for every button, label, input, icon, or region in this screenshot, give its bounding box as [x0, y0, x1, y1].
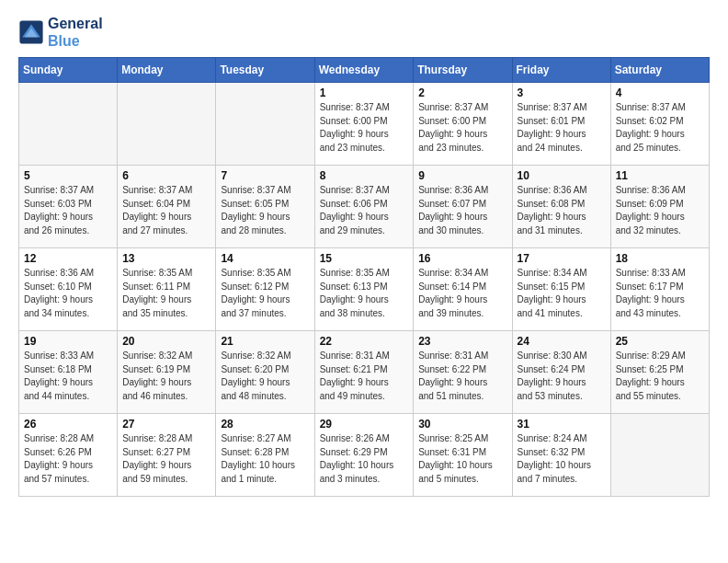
logo-text: General Blue	[48, 15, 103, 50]
day-info: Sunrise: 8:37 AM Sunset: 6:00 PM Dayligh…	[418, 101, 506, 155]
calendar-day-cell	[19, 83, 118, 166]
calendar-day-header: Thursday	[414, 58, 512, 83]
day-info: Sunrise: 8:37 AM Sunset: 6:02 PM Dayligh…	[616, 101, 704, 155]
calendar-day-cell: 4Sunrise: 8:37 AM Sunset: 6:02 PM Daylig…	[610, 83, 709, 166]
day-number: 25	[616, 335, 704, 348]
day-number: 24	[518, 335, 606, 348]
calendar-day-cell: 17Sunrise: 8:34 AM Sunset: 6:15 PM Dayli…	[512, 248, 610, 331]
day-info: Sunrise: 8:32 AM Sunset: 6:19 PM Dayligh…	[122, 350, 210, 403]
day-number: 17	[518, 252, 606, 265]
calendar-day-cell: 19Sunrise: 8:33 AM Sunset: 6:18 PM Dayli…	[19, 331, 118, 414]
day-info: Sunrise: 8:37 AM Sunset: 6:03 PM Dayligh…	[24, 184, 112, 237]
day-info: Sunrise: 8:25 AM Sunset: 6:31 PM Dayligh…	[418, 432, 506, 486]
day-number: 23	[418, 335, 506, 348]
day-number: 27	[122, 418, 210, 431]
day-info: Sunrise: 8:36 AM Sunset: 6:07 PM Dayligh…	[418, 184, 506, 237]
calendar-day-cell: 23Sunrise: 8:31 AM Sunset: 6:22 PM Dayli…	[414, 331, 512, 414]
calendar-day-cell: 16Sunrise: 8:34 AM Sunset: 6:14 PM Dayli…	[414, 248, 512, 331]
day-info: Sunrise: 8:28 AM Sunset: 6:27 PM Dayligh…	[122, 432, 210, 486]
day-number: 15	[320, 252, 409, 265]
day-info: Sunrise: 8:27 AM Sunset: 6:28 PM Dayligh…	[221, 432, 309, 486]
day-info: Sunrise: 8:37 AM Sunset: 6:05 PM Dayligh…	[221, 184, 309, 237]
calendar-day-header: Friday	[512, 58, 610, 83]
logo-icon	[18, 19, 44, 45]
calendar-header-row: SundayMondayTuesdayWednesdayThursdayFrid…	[19, 58, 710, 83]
day-number: 26	[24, 418, 112, 431]
day-number: 14	[221, 252, 309, 265]
day-info: Sunrise: 8:29 AM Sunset: 6:25 PM Dayligh…	[616, 350, 704, 403]
day-number: 8	[320, 169, 409, 182]
page-container: General Blue SundayMondayTuesdayWednesda…	[0, 0, 728, 511]
day-info: Sunrise: 8:33 AM Sunset: 6:18 PM Dayligh…	[24, 350, 112, 403]
day-info: Sunrise: 8:37 AM Sunset: 6:00 PM Dayligh…	[320, 101, 409, 155]
day-info: Sunrise: 8:34 AM Sunset: 6:15 PM Dayligh…	[518, 267, 606, 320]
calendar-day-cell: 8Sunrise: 8:37 AM Sunset: 6:06 PM Daylig…	[314, 166, 414, 248]
calendar-day-cell: 26Sunrise: 8:28 AM Sunset: 6:26 PM Dayli…	[19, 414, 118, 497]
calendar-day-cell: 13Sunrise: 8:35 AM Sunset: 6:11 PM Dayli…	[118, 248, 216, 331]
calendar-day-cell: 7Sunrise: 8:37 AM Sunset: 6:05 PM Daylig…	[216, 166, 314, 248]
calendar-table: SundayMondayTuesdayWednesdayThursdayFrid…	[18, 57, 710, 497]
day-number: 30	[418, 418, 506, 431]
day-info: Sunrise: 8:36 AM Sunset: 6:08 PM Dayligh…	[518, 184, 606, 237]
day-info: Sunrise: 8:32 AM Sunset: 6:20 PM Dayligh…	[221, 350, 309, 403]
calendar-week-row: 19Sunrise: 8:33 AM Sunset: 6:18 PM Dayli…	[19, 331, 710, 414]
header: General Blue	[18, 15, 710, 50]
day-info: Sunrise: 8:35 AM Sunset: 6:13 PM Dayligh…	[320, 267, 409, 320]
calendar-week-row: 26Sunrise: 8:28 AM Sunset: 6:26 PM Dayli…	[19, 414, 710, 497]
day-info: Sunrise: 8:37 AM Sunset: 6:01 PM Dayligh…	[518, 101, 606, 155]
calendar-day-cell: 2Sunrise: 8:37 AM Sunset: 6:00 PM Daylig…	[414, 83, 512, 166]
day-number: 29	[320, 418, 409, 431]
day-number: 31	[518, 418, 606, 431]
calendar-day-header: Saturday	[610, 58, 709, 83]
day-info: Sunrise: 8:31 AM Sunset: 6:21 PM Dayligh…	[320, 350, 409, 403]
day-number: 22	[320, 335, 409, 348]
day-number: 21	[221, 335, 309, 348]
day-number: 28	[221, 418, 309, 431]
day-number: 11	[616, 169, 704, 182]
calendar-day-header: Monday	[118, 58, 216, 83]
calendar-day-header: Wednesday	[314, 58, 414, 83]
calendar-day-cell: 30Sunrise: 8:25 AM Sunset: 6:31 PM Dayli…	[414, 414, 512, 497]
day-info: Sunrise: 8:36 AM Sunset: 6:10 PM Dayligh…	[24, 267, 112, 320]
day-number: 1	[320, 86, 409, 99]
calendar-day-cell: 25Sunrise: 8:29 AM Sunset: 6:25 PM Dayli…	[610, 331, 709, 414]
day-info: Sunrise: 8:28 AM Sunset: 6:26 PM Dayligh…	[24, 432, 112, 486]
calendar-week-row: 5Sunrise: 8:37 AM Sunset: 6:03 PM Daylig…	[19, 166, 710, 248]
calendar-day-cell: 15Sunrise: 8:35 AM Sunset: 6:13 PM Dayli…	[314, 248, 414, 331]
day-number: 13	[122, 252, 210, 265]
calendar-week-row: 12Sunrise: 8:36 AM Sunset: 6:10 PM Dayli…	[19, 248, 710, 331]
calendar-day-cell: 3Sunrise: 8:37 AM Sunset: 6:01 PM Daylig…	[512, 83, 610, 166]
calendar-day-cell: 12Sunrise: 8:36 AM Sunset: 6:10 PM Dayli…	[19, 248, 118, 331]
day-info: Sunrise: 8:24 AM Sunset: 6:32 PM Dayligh…	[518, 432, 606, 486]
day-info: Sunrise: 8:35 AM Sunset: 6:12 PM Dayligh…	[221, 267, 309, 320]
calendar-day-cell: 5Sunrise: 8:37 AM Sunset: 6:03 PM Daylig…	[19, 166, 118, 248]
calendar-day-cell: 11Sunrise: 8:36 AM Sunset: 6:09 PM Dayli…	[610, 166, 709, 248]
calendar-day-cell	[610, 414, 709, 497]
calendar-day-cell	[118, 83, 216, 166]
calendar-day-cell: 21Sunrise: 8:32 AM Sunset: 6:20 PM Dayli…	[216, 331, 314, 414]
day-number: 19	[24, 335, 112, 348]
calendar-day-cell: 10Sunrise: 8:36 AM Sunset: 6:08 PM Dayli…	[512, 166, 610, 248]
calendar-day-cell: 28Sunrise: 8:27 AM Sunset: 6:28 PM Dayli…	[216, 414, 314, 497]
day-number: 18	[616, 252, 704, 265]
day-info: Sunrise: 8:30 AM Sunset: 6:24 PM Dayligh…	[518, 350, 606, 403]
day-number: 6	[122, 169, 210, 182]
calendar-day-cell: 14Sunrise: 8:35 AM Sunset: 6:12 PM Dayli…	[216, 248, 314, 331]
day-number: 5	[24, 169, 112, 182]
calendar-week-row: 1Sunrise: 8:37 AM Sunset: 6:00 PM Daylig…	[19, 83, 710, 166]
day-number: 16	[418, 252, 506, 265]
calendar-day-header: Tuesday	[216, 58, 314, 83]
calendar-day-cell: 31Sunrise: 8:24 AM Sunset: 6:32 PM Dayli…	[512, 414, 610, 497]
day-number: 4	[616, 86, 704, 99]
calendar-day-cell: 24Sunrise: 8:30 AM Sunset: 6:24 PM Dayli…	[512, 331, 610, 414]
day-number: 7	[221, 169, 309, 182]
calendar-day-cell: 18Sunrise: 8:33 AM Sunset: 6:17 PM Dayli…	[610, 248, 709, 331]
calendar-day-cell	[216, 83, 314, 166]
day-number: 2	[418, 86, 506, 99]
day-number: 20	[122, 335, 210, 348]
calendar-day-cell: 22Sunrise: 8:31 AM Sunset: 6:21 PM Dayli…	[314, 331, 414, 414]
calendar-day-cell: 9Sunrise: 8:36 AM Sunset: 6:07 PM Daylig…	[414, 166, 512, 248]
calendar-day-cell: 29Sunrise: 8:26 AM Sunset: 6:29 PM Dayli…	[314, 414, 414, 497]
day-number: 10	[518, 169, 606, 182]
calendar-day-header: Sunday	[19, 58, 118, 83]
